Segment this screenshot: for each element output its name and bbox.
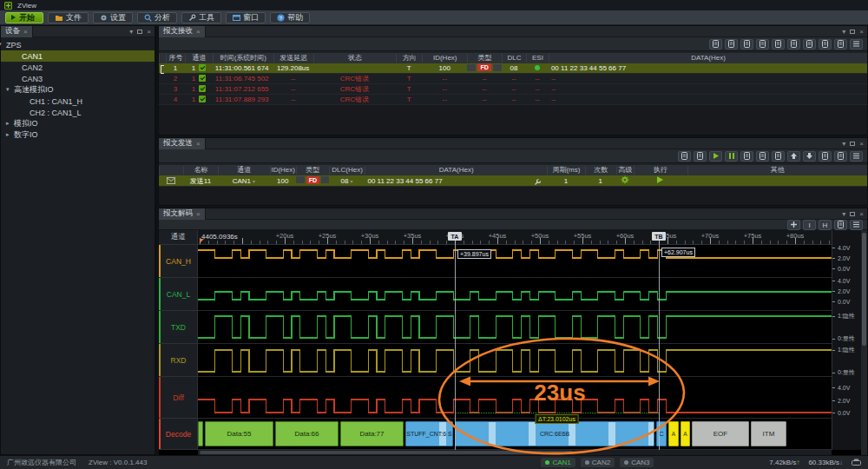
receive-doc-button[interactable] [772, 39, 785, 50]
decode-menu-button[interactable] [850, 220, 863, 230]
decode-segment-crc-6e6b[interactable]: CRC:6E6B [455, 421, 654, 446]
tab-receive[interactable]: 报文接收 × [159, 26, 206, 37]
float-window-icon[interactable] [137, 30, 142, 34]
send-doc-button[interactable] [834, 151, 847, 162]
decode-segment-a[interactable]: A [681, 421, 690, 446]
decode-plus-button[interactable] [787, 220, 800, 230]
receive-doc-button[interactable] [709, 39, 722, 50]
send-down-button[interactable] [803, 151, 816, 162]
send-play-button[interactable] [709, 151, 722, 162]
close-panel-icon[interactable]: × [147, 28, 151, 36]
send-menu-button[interactable] [850, 151, 863, 162]
tree-item-ch1-can1-h[interactable]: CH1 : CAN1_H [1, 96, 155, 107]
close-panel-icon[interactable]: × [859, 140, 864, 148]
tree-item--io[interactable]: ▸模拟IO [1, 118, 155, 129]
expand-open-icon[interactable]: ▾ [6, 86, 10, 93]
tab-device[interactable]: 设备 × [1, 26, 33, 37]
dropdown-icon[interactable]: ▾ [842, 28, 845, 36]
tree-item-can2[interactable]: CAN2 [1, 62, 155, 73]
receive-doc-button[interactable] [834, 39, 847, 50]
status-channel-can3[interactable]: CAN3 [620, 458, 654, 467]
send-type[interactable]: FD [296, 176, 329, 186]
cursor-line-tb[interactable] [659, 239, 660, 450]
receive-doc-button[interactable] [756, 39, 769, 50]
send-id[interactable]: 100 [270, 177, 296, 185]
status-channel-can2[interactable]: CAN2 [581, 458, 615, 467]
float-window-icon[interactable] [850, 212, 855, 216]
decode-segment-itm[interactable]: ITM [751, 421, 786, 446]
channel-label-rxd[interactable]: RXD [159, 344, 198, 377]
menu-item-tools[interactable]: 工具 [181, 12, 221, 23]
float-window-icon[interactable] [850, 30, 855, 34]
expand-closed-icon[interactable]: ▸ [6, 120, 10, 127]
receive-doc-button[interactable] [740, 39, 753, 50]
decode-segment-a[interactable]: A [668, 421, 679, 446]
send-table-row[interactable]: 发送11 CAN1▾ 100 FD 08▾ 00 11 22 33 44 55 … [159, 175, 867, 187]
waveform-view[interactable]: 通道CAN_HCAN_LTXDRXDDiffDecode4405.0936s+2… [159, 230, 867, 456]
cursor-flag-ta[interactable]: TA [448, 232, 462, 241]
float-window-icon[interactable] [850, 142, 855, 146]
scrollbar-thumb[interactable] [862, 233, 866, 346]
close-tab-icon[interactable]: × [196, 28, 201, 36]
receive-doc-button[interactable] [803, 39, 816, 50]
table-row[interactable]: 1111:31:00.561 674129.208usT100FD0800 11… [159, 63, 867, 74]
decode-segment-eof[interactable]: EOF [692, 421, 749, 446]
tree-item-can1[interactable]: CAN1 [1, 50, 155, 62]
send-doc-button[interactable] [740, 151, 753, 162]
send-data[interactable]: 00 11 22 33 44 55 66 77 [365, 177, 546, 185]
tree-item--io[interactable]: ▾高速模拟IO [1, 84, 155, 96]
execute-play-button[interactable] [634, 176, 687, 185]
decode-segment-c[interactable]: C [656, 421, 667, 446]
dropdown-icon[interactable]: ▾ [129, 28, 133, 36]
close-tab-icon[interactable]: × [196, 140, 201, 148]
send-dlc-select[interactable]: 08▾ [329, 177, 365, 185]
send-up-button[interactable] [787, 151, 800, 162]
decode-H-button[interactable]: H [819, 220, 832, 230]
menu-item-window[interactable]: 窗口 [226, 12, 266, 23]
decode-segment-data-55[interactable]: Data:55 [205, 421, 273, 446]
tree-item--io[interactable]: ▸数字IO [1, 129, 155, 141]
table-row[interactable]: 3111:31:07.212 655--CRC错误T---------- [159, 84, 867, 95]
channel-label-can_h[interactable]: CAN_H [159, 245, 198, 278]
dropdown-icon[interactable]: ▾ [842, 140, 845, 148]
edit-data-wrench-icon[interactable] [534, 178, 542, 185]
close-tab-icon[interactable]: × [23, 28, 28, 36]
send-doc-button[interactable] [694, 151, 707, 162]
start-button[interactable]: 开始 [5, 12, 43, 23]
receive-menu-button[interactable] [850, 39, 863, 50]
channel-label-decode[interactable]: Decode [159, 419, 198, 450]
vertical-scrollbar[interactable] [861, 230, 867, 456]
send-doc-button[interactable] [772, 151, 785, 162]
table-row[interactable]: 2111:31:06.745 502--CRC错误T---------- [159, 74, 867, 84]
table-row[interactable]: 4111:31:07.889 293--CRC错误T---------- [159, 95, 867, 105]
channel-label-can_l[interactable]: CAN_L [159, 278, 198, 311]
channel-label-diff[interactable]: Diff [159, 377, 198, 419]
decode-segment-stuff-cnt-6-s[interactable]: STUFF_CNT:6 S [405, 421, 453, 446]
menu-item-file[interactable]: 文件 [48, 12, 89, 23]
menu-item-settings[interactable]: 设置 [93, 12, 133, 23]
menu-item-help[interactable]: ?帮助 [270, 12, 310, 23]
expand-open-icon[interactable]: ▾ [0, 41, 2, 48]
send-channel-select[interactable]: CAN1▾ [218, 177, 270, 185]
dropdown-icon[interactable]: ▾ [842, 210, 845, 218]
send-period[interactable]: 1 [547, 177, 585, 185]
send-pause-button[interactable] [725, 151, 738, 162]
decode-I-button[interactable]: I [803, 220, 816, 230]
channel-label-txd[interactable]: TXD [159, 311, 198, 344]
scrollbar-thumb[interactable] [200, 451, 573, 454]
status-channel-can1[interactable]: CAN1 [541, 458, 575, 467]
cursor-line-ta[interactable] [455, 239, 456, 450]
close-tab-icon[interactable]: × [196, 210, 201, 218]
decode-doc-button[interactable] [834, 220, 847, 230]
close-panel-icon[interactable]: × [859, 210, 864, 218]
tree-item-ch2-can1-l[interactable]: CH2 : CAN1_L [1, 107, 155, 118]
send-doc-button[interactable] [819, 151, 832, 162]
tree-item-zps[interactable]: ▾ZPS [1, 39, 155, 50]
close-panel-icon[interactable]: × [859, 28, 864, 36]
tab-send[interactable]: 报文发送 × [159, 138, 206, 149]
receive-doc-button[interactable] [819, 39, 832, 50]
send-doc-button[interactable] [678, 151, 691, 162]
receive-doc-button[interactable] [787, 39, 800, 50]
decode-segment-data-77[interactable]: Data:77 [340, 421, 404, 446]
device-status-icon[interactable] [852, 459, 861, 466]
